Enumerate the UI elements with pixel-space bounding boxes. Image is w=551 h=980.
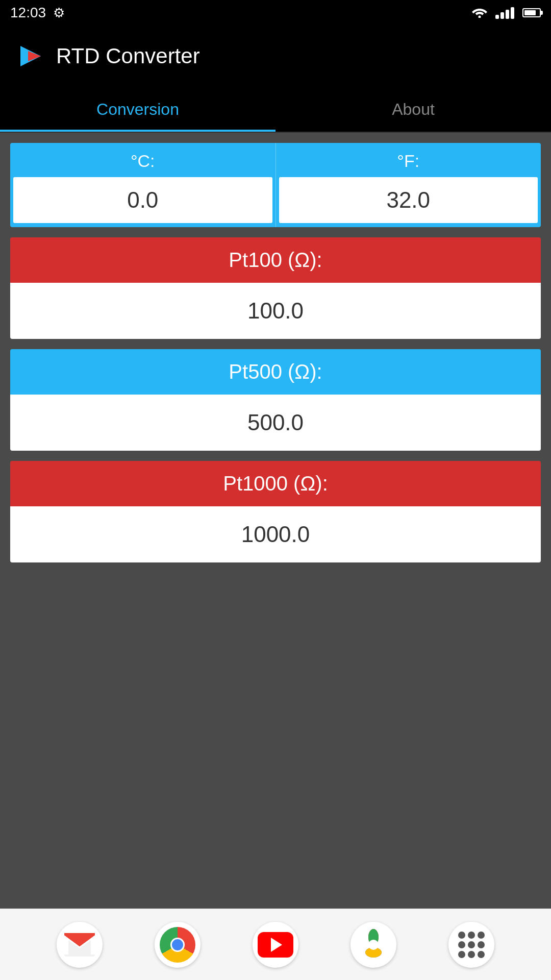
celsius-label: °C: — [131, 143, 155, 177]
tab-conversion[interactable]: Conversion — [0, 87, 276, 132]
pt500-value[interactable]: 500.0 — [247, 410, 304, 435]
fahrenheit-label: °F: — [397, 143, 419, 177]
pt1000-header: Pt1000 (Ω): — [10, 461, 541, 506]
signal-icon — [495, 7, 514, 19]
tab-bar: Conversion About — [0, 87, 551, 133]
svg-point-0 — [479, 16, 481, 18]
photos-icon[interactable] — [350, 922, 396, 968]
celsius-value[interactable]: 0.0 — [127, 187, 158, 212]
pt500-card: Pt500 (Ω): 500.0 — [10, 349, 541, 451]
pt500-value-box: 500.0 — [10, 395, 541, 451]
battery-icon — [522, 8, 541, 17]
pt1000-label: Pt1000 (Ω): — [223, 472, 328, 495]
svg-point-7 — [368, 940, 379, 950]
svg-marker-2 — [28, 51, 41, 61]
pt1000-value-box: 1000.0 — [10, 506, 541, 562]
apps-icon[interactable] — [448, 922, 494, 968]
settings-icon: ⚙ — [53, 5, 65, 21]
app-logo — [15, 41, 46, 71]
wifi-icon — [472, 6, 487, 20]
chrome-icon[interactable] — [155, 922, 201, 968]
youtube-icon[interactable] — [253, 922, 298, 968]
pt100-value[interactable]: 100.0 — [247, 298, 304, 323]
status-bar: 12:03 ⚙ — [0, 0, 551, 26]
pt100-value-box: 100.0 — [10, 283, 541, 339]
app-bar: RTD Converter — [0, 26, 551, 87]
pt100-card: Pt100 (Ω): 100.0 — [10, 237, 541, 339]
fahrenheit-col: °F: 32.0 — [276, 143, 541, 227]
pt1000-card: Pt1000 (Ω): 1000.0 — [10, 461, 541, 562]
main-content: °C: 0.0 °F: 32.0 Pt100 (Ω): 100.0 Pt500 … — [0, 133, 551, 909]
pt500-label: Pt500 (Ω): — [229, 360, 322, 383]
pt100-label: Pt100 (Ω): — [229, 249, 322, 271]
gmail-icon[interactable] — [57, 922, 103, 968]
temperature-card: °C: 0.0 °F: 32.0 — [10, 143, 541, 227]
pt500-header: Pt500 (Ω): — [10, 349, 541, 395]
tab-about[interactable]: About — [276, 87, 551, 132]
bottom-nav — [0, 909, 551, 980]
fahrenheit-value[interactable]: 32.0 — [386, 187, 430, 212]
status-time: 12:03 — [10, 5, 46, 21]
app-title: RTD Converter — [56, 44, 200, 68]
pt1000-value[interactable]: 1000.0 — [241, 522, 310, 547]
pt100-header: Pt100 (Ω): — [10, 237, 541, 283]
celsius-col: °C: 0.0 — [10, 143, 276, 227]
